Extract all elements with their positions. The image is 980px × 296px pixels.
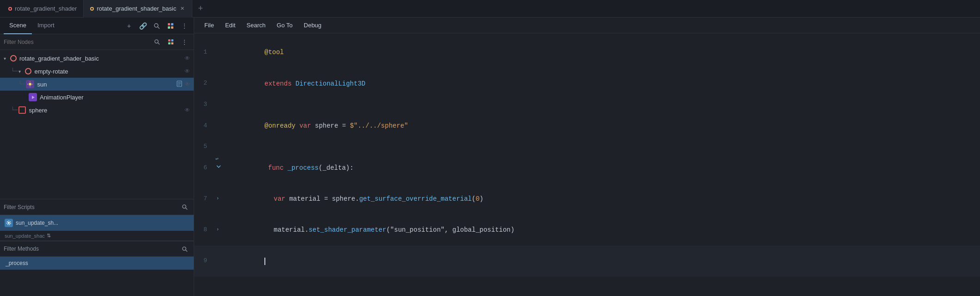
filter-scripts-search-btn[interactable] — [179, 202, 190, 213]
panel-tab-actions: + 🔗 ⋮ — [123, 20, 190, 31]
line-number-5: 5 — [198, 142, 216, 152]
svg-rect-2 — [168, 23, 170, 25]
script-icon — [176, 80, 183, 88]
filter-bar: ⋮ — [0, 34, 194, 50]
add-tab-button[interactable]: + — [192, 4, 208, 13]
tab-rotate-gradient-shader[interactable]: rotate_gradient_shader — [2, 0, 84, 18]
token-extends: extends — [264, 80, 292, 87]
left-panel: Scene Import + 🔗 — [0, 18, 194, 296]
token-func: func — [268, 164, 284, 172]
tree-item-sun[interactable]: └─ sun — [0, 78, 194, 91]
code-line-5: 5 — [194, 142, 980, 153]
svg-rect-5 — [171, 26, 173, 29]
token-shader-args: ("sun_position", global_position) — [386, 226, 514, 234]
fold-arrow-6[interactable] — [216, 164, 226, 172]
token-process: _process — [288, 164, 318, 172]
line-number-3: 3 — [198, 100, 216, 110]
code-line-3: 3 — [194, 99, 980, 110]
code-line-7: 7 › var material = sphere.get_surface_ov… — [194, 184, 980, 215]
line-content-6: func _process(_delta): — [229, 153, 976, 184]
eye-icon-3[interactable]: 👁 — [184, 81, 190, 87]
script-item-sun[interactable]: sun_update_sh... — [0, 215, 194, 231]
svg-point-22 — [182, 205, 185, 208]
fold-space-8: › — [216, 226, 226, 234]
svg-rect-11 — [171, 42, 173, 44]
line-number-9: 9 — [198, 256, 216, 266]
eye-icon-2[interactable]: 👁 — [184, 68, 190, 74]
more-options-icon[interactable]: ⋮ — [179, 20, 190, 31]
filter-methods-search-btn[interactable] — [179, 243, 190, 254]
tree-item-anim-player[interactable]: AnimationPlayer — [0, 91, 194, 104]
code-editor[interactable]: 1 @tool 2 extends DirectionalLight3D 3 — [194, 33, 980, 296]
mesh-icon — [18, 106, 26, 114]
fold-bookmark: ↩ — [215, 155, 219, 164]
menu-file[interactable]: File — [200, 21, 219, 30]
code-line-2: 2 extends DirectionalLight3D — [194, 68, 980, 99]
menu-edit[interactable]: Edit — [220, 21, 240, 30]
sun-node-icon — [26, 80, 34, 88]
scripts-filter-bar: Filter Scripts — [0, 199, 194, 215]
line-content-4: @onready var sphere = $"../../sphere" — [226, 110, 976, 141]
main-layout: Scene Import + 🔗 — [0, 18, 980, 296]
tree-connector-3: └─ — [11, 107, 18, 113]
svg-rect-4 — [168, 26, 170, 29]
filter-methods-label: Filter Methods — [4, 246, 177, 252]
link-icon[interactable]: 🔗 — [137, 20, 148, 31]
filter-more-icon[interactable]: ⋮ — [179, 37, 190, 48]
token-var2: var — [274, 195, 285, 203]
svg-line-23 — [185, 208, 187, 210]
token-onready: @onready — [264, 122, 295, 130]
filter-type-icon[interactable] — [165, 37, 176, 48]
menu-debug[interactable]: Debug — [299, 21, 326, 30]
node-label-empty-rotate: empty-rotate — [34, 68, 184, 75]
script-gear-icon — [5, 219, 13, 227]
svg-marker-21 — [32, 96, 35, 99]
tree-item-sphere[interactable]: └─ sphere 👁 — [0, 104, 194, 117]
close-tab-button[interactable]: ✕ — [179, 6, 185, 12]
script-arrows-icon: ⇅ — [47, 233, 51, 239]
token-mat2: material. — [274, 226, 309, 234]
token-class: DirectionalLight3D — [295, 80, 365, 87]
filter-search-icon[interactable] — [151, 20, 162, 31]
eye-icon[interactable]: 👁 — [184, 55, 190, 62]
add-node-button[interactable]: + — [123, 20, 135, 31]
line-content-9 — [226, 246, 976, 277]
script-name: sun_update_sh... — [16, 220, 58, 226]
eye-icon-4[interactable]: 👁 — [184, 107, 190, 113]
tree-connector-2: └─ — [18, 81, 25, 87]
script-filter-icon[interactable] — [165, 20, 176, 31]
tree-item-empty-rotate[interactable]: └─ ▾ empty-rotate 👁 — [0, 65, 194, 78]
svg-rect-8 — [168, 39, 170, 42]
tab-scene[interactable]: Scene — [4, 18, 32, 34]
method-item-process[interactable]: _process — [0, 257, 194, 270]
filter-nodes-input[interactable] — [4, 39, 148, 45]
node-label-sun: sun — [37, 81, 176, 88]
arrow-icon: ▾ — [4, 56, 10, 61]
token-tool: @tool — [264, 49, 284, 56]
code-line-4: 4 @onready var sphere = $"../../sphere" — [194, 110, 980, 141]
line-number-8: 8 — [198, 225, 216, 235]
code-line-1: 1 @tool — [194, 37, 980, 68]
menu-goto[interactable]: Go To — [272, 21, 297, 30]
token-material: material = sphere. — [285, 195, 359, 203]
red-circle-icon — [10, 55, 17, 62]
code-line-8: 8 › material.set_shader_parameter("sun_p… — [194, 215, 980, 246]
menu-search[interactable]: Search — [242, 21, 270, 30]
scene-tree: ▾ rotate_gradient_shader_basic 👁 └─ ▾ em… — [0, 50, 194, 199]
tree-item-root[interactable]: ▾ rotate_gradient_shader_basic 👁 — [0, 52, 194, 65]
anim-icon — [29, 93, 37, 101]
line-number-6: 6 — [198, 163, 216, 173]
filter-search-btn[interactable] — [151, 37, 162, 48]
svg-point-6 — [154, 40, 158, 43]
svg-line-1 — [158, 27, 159, 29]
tab-rotate-gradient-shader-basic[interactable]: rotate_gradient_shader_basic ✕ — [84, 0, 192, 18]
token-close-paren: ) — [479, 195, 483, 203]
tab-label-2: rotate_gradient_shader_basic — [97, 5, 176, 12]
text-cursor — [264, 258, 265, 265]
tab-import[interactable]: Import — [32, 18, 60, 34]
script-filename: sun_update_shac ⇅ — [0, 231, 194, 241]
line-number-4: 4 — [198, 121, 216, 131]
token-open-paren: ( — [472, 195, 476, 203]
right-panel: File Edit Search Go To Debug 1 @tool 2 e… — [194, 18, 980, 296]
line-number-2: 2 — [198, 79, 216, 88]
